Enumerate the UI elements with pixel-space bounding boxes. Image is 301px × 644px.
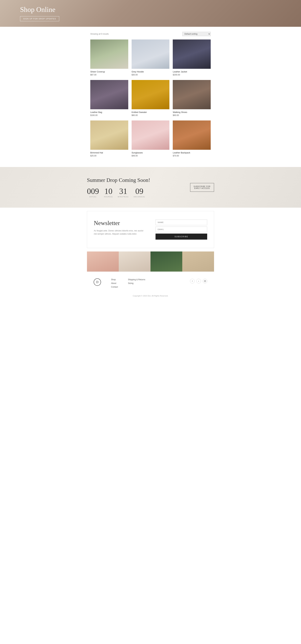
summer-title: Summer Drop Coming Soon! (87, 177, 150, 183)
countdown-hours: 10 HOUR(S) (104, 187, 113, 198)
product-image-grey-hoodie (132, 40, 170, 69)
svg-point-2 (205, 280, 206, 281)
footer-link-sizing[interactable]: Sizing (128, 282, 145, 284)
newsletter-description: Ac feugiat ante. Donec ultricies loborti… (94, 229, 145, 236)
product-price-knitted-sweater: $80.00 (132, 114, 170, 116)
countdown-minutes-value: 31 (118, 187, 129, 195)
countdown-days-label: DAY(S) (87, 196, 99, 198)
summer-section: Summer Drop Coming Soon! 009 DAY(S) 10 H… (0, 167, 301, 208)
newsletter-email-input[interactable] (156, 226, 207, 232)
newsletter-right: SUBSCRIBE (156, 220, 207, 240)
product-price-walking-shoes: $60.00 (173, 114, 211, 116)
product-item-walking-shoes[interactable]: Walking Shoes$60.00 (173, 80, 211, 116)
summer-inner: Summer Drop Coming Soon! 009 DAY(S) 10 H… (87, 177, 214, 198)
product-price-leather-jacket: $200.00 (173, 74, 211, 76)
countdown-hours-value: 10 (104, 187, 113, 195)
social-icon-facebook[interactable]: f (190, 279, 195, 284)
footer-logo: D (94, 278, 101, 286)
countdown-days-value: 009 (87, 187, 99, 195)
product-price-brimmed-hat: $25.00 (90, 154, 128, 157)
sort-dropdown[interactable]: Default sorting Sort by popularity Sort … (182, 32, 211, 36)
hero-signup-button[interactable]: SIGN UP FOR DROP UPDATES (20, 16, 59, 21)
product-image-sunglasses (132, 120, 170, 150)
countdown-seconds-value: 09 (134, 187, 145, 195)
product-item-leather-jacket[interactable]: Leather Jacket$200.00 (173, 40, 211, 76)
product-item-brimmed-hat[interactable]: Brimmed Hat$25.00 (90, 120, 128, 157)
footer-link-shipping[interactable]: Shipping & Returns (128, 278, 145, 281)
product-item-grey-hoodie[interactable]: Grey Hoodie$30.00 (132, 40, 170, 76)
countdown-minutes: 31 MINUTE(S) (118, 187, 129, 198)
product-name-leather-bag: Leather Bag (90, 111, 128, 114)
subscribe-early-access-button[interactable]: SUBSCRIBE FOREARLY ACCESS (190, 183, 214, 192)
newsletter-name-input[interactable] (156, 220, 207, 225)
svg-point-1 (205, 281, 205, 282)
product-item-sheer-coverup[interactable]: Sheer Coverup$87.00 (90, 40, 128, 76)
photo-strip (87, 252, 214, 272)
hero-content: Shop Online SIGN UP FOR DROP UPDATES (20, 6, 59, 21)
newsletter-title: Newsletter (94, 220, 145, 226)
photo-strip-item-4 (182, 252, 214, 272)
countdown-minutes-label: MINUTE(S) (118, 196, 129, 198)
product-grid: Sheer Coverup$87.00Grey Hoodie$30.00Leat… (90, 40, 211, 157)
copyright-text: Copyright © 2023 Divi. All Rights Reserv… (0, 292, 301, 302)
shop-meta: Showing all 9 results Default sorting So… (90, 32, 211, 36)
product-item-sunglasses[interactable]: Sunglasses$48.00 (132, 120, 170, 157)
footer-links: Shop About Contact Shipping & Returns Si… (111, 278, 145, 288)
product-name-sheer-coverup: Sheer Coverup (90, 70, 128, 73)
newsletter-left: Newsletter Ac feugiat ante. Donec ultric… (94, 220, 145, 236)
product-image-brimmed-hat (90, 120, 128, 150)
product-name-leather-jacket: Leather Jacket (173, 70, 211, 73)
footer-link-shop[interactable]: Shop (111, 278, 118, 281)
product-name-sunglasses: Sunglasses (132, 152, 170, 154)
countdown-seconds: 09 SECOND(S) (134, 187, 145, 198)
social-icon-instagram[interactable] (203, 279, 207, 284)
product-item-leather-backpack[interactable]: Leather Backpack$70.00 (173, 120, 211, 157)
countdown-hours-label: HOUR(S) (104, 196, 113, 198)
product-name-grey-hoodie: Grey Hoodie (132, 70, 170, 73)
countdown-seconds-label: SECOND(S) (134, 196, 145, 198)
product-item-knitted-sweater[interactable]: Knitted Sweater$80.00 (132, 80, 170, 116)
footer: D Shop About Contact Shipping & Returns … (87, 272, 214, 292)
footer-link-about[interactable]: About (111, 282, 118, 284)
product-image-sheer-coverup (90, 40, 128, 69)
svg-rect-0 (204, 280, 206, 282)
photo-strip-item-2 (119, 252, 150, 272)
product-image-leather-jacket (173, 40, 211, 69)
product-name-walking-shoes: Walking Shoes (173, 111, 211, 114)
product-name-knitted-sweater: Knitted Sweater (132, 111, 170, 114)
product-name-leather-backpack: Leather Backpack (173, 152, 211, 154)
product-price-grey-hoodie: $30.00 (132, 74, 170, 76)
product-image-leather-backpack (173, 120, 211, 150)
photo-strip-item-3 (150, 252, 182, 272)
newsletter-section: Newsletter Ac feugiat ante. Donec ultric… (87, 211, 214, 248)
footer-link-contact[interactable]: Contact (111, 286, 118, 288)
showing-results-text: Showing all 9 results (90, 33, 109, 35)
product-name-brimmed-hat: Brimmed Hat (90, 152, 128, 154)
logo-letter: D (96, 280, 98, 284)
product-price-leather-backpack: $70.00 (173, 154, 211, 157)
footer-social: f t (190, 279, 207, 284)
product-image-walking-shoes (173, 80, 211, 109)
product-price-sunglasses: $48.00 (132, 154, 170, 157)
hero-title: Shop Online (20, 6, 59, 14)
shop-section: Showing all 9 results Default sorting So… (87, 27, 214, 167)
footer-col-1: Shop About Contact (111, 278, 118, 288)
footer-col-2: Shipping & Returns Sizing (128, 278, 145, 288)
hero-section: Shop Online SIGN UP FOR DROP UPDATES (0, 0, 301, 27)
product-item-leather-bag[interactable]: Leather Bag$160.00 (90, 80, 128, 116)
product-image-leather-bag (90, 80, 128, 109)
countdown: 009 DAY(S) 10 HOUR(S) 31 MINUTE(S) 09 SE… (87, 187, 150, 198)
countdown-days: 009 DAY(S) (87, 187, 99, 198)
photo-strip-item-1 (87, 252, 119, 272)
newsletter-subscribe-button[interactable]: SUBSCRIBE (156, 234, 207, 240)
product-price-sheer-coverup: $87.00 (90, 74, 128, 76)
product-price-leather-bag: $160.00 (90, 114, 128, 116)
product-image-knitted-sweater (132, 80, 170, 109)
social-icon-twitter[interactable]: t (196, 279, 201, 284)
summer-left: Summer Drop Coming Soon! 009 DAY(S) 10 H… (87, 177, 150, 198)
